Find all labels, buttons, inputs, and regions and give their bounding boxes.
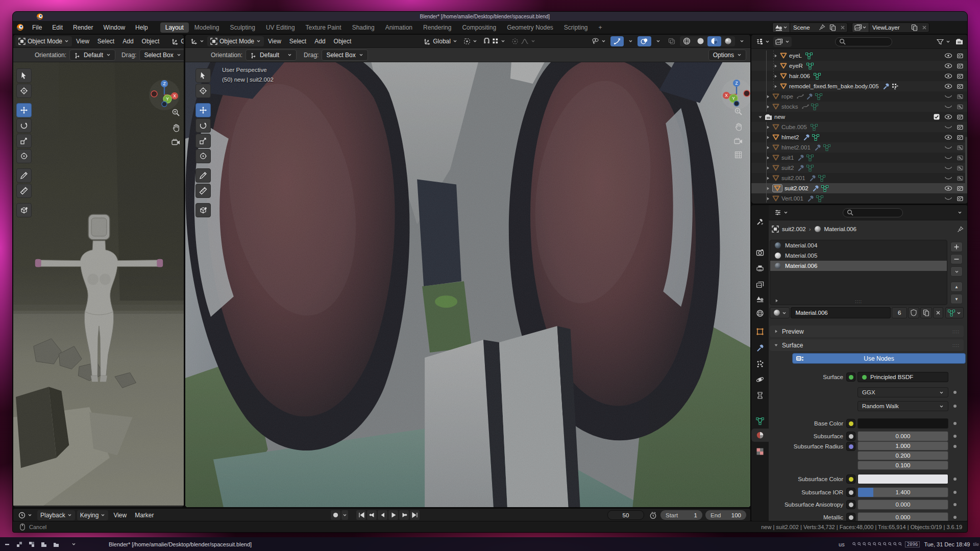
- disable-render-toggle[interactable]: [957, 185, 965, 191]
- tray-icon-5[interactable]: [872, 542, 876, 546]
- proportional-editing[interactable]: [508, 36, 538, 46]
- tray-icon-9[interactable]: [893, 542, 897, 546]
- outliner[interactable]: eyeL eyeR hair.006 remodel_fixed.fem_bak…: [751, 34, 968, 204]
- meshdata-icon[interactable]: [815, 93, 822, 100]
- outliner-item-suit2.002[interactable]: suit2.002: [751, 183, 968, 193]
- tool-measure[interactable]: [16, 184, 32, 198]
- outliner-item-Cube.005[interactable]: Cube.005: [751, 122, 968, 132]
- taskbar-chevron-icon[interactable]: [71, 542, 76, 546]
- zoom-icon[interactable]: [172, 108, 180, 117]
- wrench-icon[interactable]: [803, 134, 810, 141]
- record-dropdown[interactable]: [341, 510, 348, 520]
- zoom-icon[interactable]: [734, 107, 743, 116]
- drag-dropdown[interactable]: Select Box: [322, 49, 368, 61]
- outliner-filter[interactable]: [935, 37, 952, 47]
- menu-file[interactable]: File: [27, 22, 47, 33]
- properties-tab-output[interactable]: [751, 262, 769, 275]
- wrench-icon[interactable]: [807, 195, 814, 202]
- tab-geometry-nodes[interactable]: Geometry Nodes: [502, 22, 558, 33]
- outliner-item-suit1[interactable]: suit1: [751, 153, 968, 163]
- shading-wireframe[interactable]: [680, 36, 694, 46]
- tool-rotate[interactable]: [16, 118, 32, 133]
- tool-annotate[interactable]: [16, 168, 32, 183]
- socket-icon[interactable]: [846, 432, 855, 441]
- properties-tab-material[interactable]: [751, 429, 769, 442]
- shading-dropdown[interactable]: [737, 36, 747, 46]
- outliner-scrollbar[interactable]: [965, 137, 967, 193]
- hide-viewport-toggle[interactable]: [944, 114, 952, 119]
- disable-render-toggle[interactable]: [957, 165, 965, 171]
- drag-dropdown[interactable]: Select Box: [139, 49, 184, 61]
- meshdata-icon[interactable]: [816, 195, 823, 202]
- expand-toggle[interactable]: [764, 135, 771, 140]
- expand-toggle[interactable]: [764, 166, 771, 170]
- pan-hand-icon[interactable]: [734, 122, 743, 131]
- hide-viewport-toggle[interactable]: [944, 73, 952, 79]
- timeline-menu-marker[interactable]: Marker: [132, 510, 157, 520]
- expand-toggle[interactable]: [764, 196, 771, 201]
- menu-edit[interactable]: Edit: [47, 22, 68, 33]
- gizmo-dropdown[interactable]: [625, 36, 636, 46]
- decorator-dot[interactable]: [953, 445, 957, 448]
- tool-transform[interactable]: [195, 149, 211, 163]
- shading-material-preview[interactable]: [707, 36, 721, 46]
- color-swatch[interactable]: [857, 474, 948, 484]
- hide-viewport-toggle[interactable]: [944, 53, 952, 58]
- mode-selector[interactable]: Object Mode: [15, 36, 72, 46]
- tool-select-box[interactable]: [16, 68, 32, 83]
- hide-viewport-toggle[interactable]: [944, 145, 952, 150]
- keyboard-layout[interactable]: us: [839, 541, 845, 547]
- tab-+[interactable]: +: [594, 22, 607, 33]
- disable-render-toggle[interactable]: [957, 63, 965, 69]
- hide-viewport-toggle[interactable]: [944, 104, 952, 109]
- tray-icon-10[interactable]: [898, 542, 902, 546]
- outliner-item-hlmet2.001[interactable]: hlmet2.001: [751, 142, 968, 153]
- viewport-menu-view[interactable]: View: [72, 37, 93, 46]
- disable-render-toggle[interactable]: [957, 114, 965, 120]
- transform-orientation[interactable]: Global: [421, 36, 460, 46]
- meshdata-icon[interactable]: [806, 155, 814, 161]
- outliner-search[interactable]: [835, 37, 892, 46]
- shader-node-field[interactable]: Principled BSDF: [857, 372, 948, 382]
- tool-scale[interactable]: [195, 134, 211, 148]
- launcher-icon-2[interactable]: [16, 541, 22, 547]
- viewlayer-name[interactable]: ViewLayer: [869, 24, 909, 31]
- window-titlebar[interactable]: Blender* [/home/amalie/Desktop/blender/s…: [13, 12, 967, 21]
- meshdata-icon[interactable]: [806, 63, 814, 69]
- decorator-dot[interactable]: [953, 391, 957, 394]
- expand-toggle[interactable]: [764, 145, 771, 150]
- tray-icon-1[interactable]: [852, 542, 856, 546]
- particles-icon[interactable]: [892, 83, 898, 90]
- tab-texture-paint[interactable]: Texture Paint: [301, 22, 347, 33]
- select-dropdown[interactable]: GGX: [857, 387, 948, 397]
- show-gizmo-toggle[interactable]: [610, 36, 624, 46]
- tray-icon-2[interactable]: [857, 542, 861, 546]
- tray-icon-7[interactable]: [883, 542, 887, 546]
- hide-viewport-toggle[interactable]: [944, 165, 952, 170]
- tool-add-cube[interactable]: [195, 203, 211, 217]
- viewport-secondary-render[interactable]: [13, 62, 184, 506]
- tool-transform[interactable]: [16, 149, 32, 163]
- socket-icon[interactable]: [846, 442, 855, 451]
- outliner-item-eyeL[interactable]: eyeL: [751, 51, 968, 61]
- decorator-dot[interactable]: [953, 478, 957, 481]
- timeline-editor-selector[interactable]: [15, 510, 35, 520]
- decorator-dot[interactable]: [953, 516, 957, 519]
- record-button[interactable]: [331, 510, 340, 520]
- use-preview-range-icon[interactable]: [649, 512, 657, 519]
- timeline[interactable]: PlaybackKeyingViewMarker 50 Start1 End10…: [13, 508, 751, 522]
- curve-icon[interactable]: [797, 94, 804, 99]
- meshdata-icon[interactable]: [811, 124, 818, 131]
- launcher-icon-4[interactable]: [41, 541, 47, 547]
- value-slider[interactable]: 0.000: [857, 431, 948, 441]
- vector-value-2[interactable]: 0.100: [857, 461, 948, 470]
- disable-render-toggle[interactable]: [957, 104, 965, 110]
- properties-tab-view-layer[interactable]: [751, 278, 769, 291]
- wrench-icon[interactable]: [806, 93, 813, 100]
- menu-render[interactable]: Render: [68, 22, 98, 33]
- meshdata-icon[interactable]: [814, 73, 821, 80]
- launcher-icon-3[interactable]: [29, 541, 35, 547]
- timeline-menu-playback[interactable]: Playback: [37, 510, 75, 520]
- show-overlays-toggle[interactable]: [638, 36, 651, 46]
- tray-icon-4[interactable]: [867, 542, 871, 546]
